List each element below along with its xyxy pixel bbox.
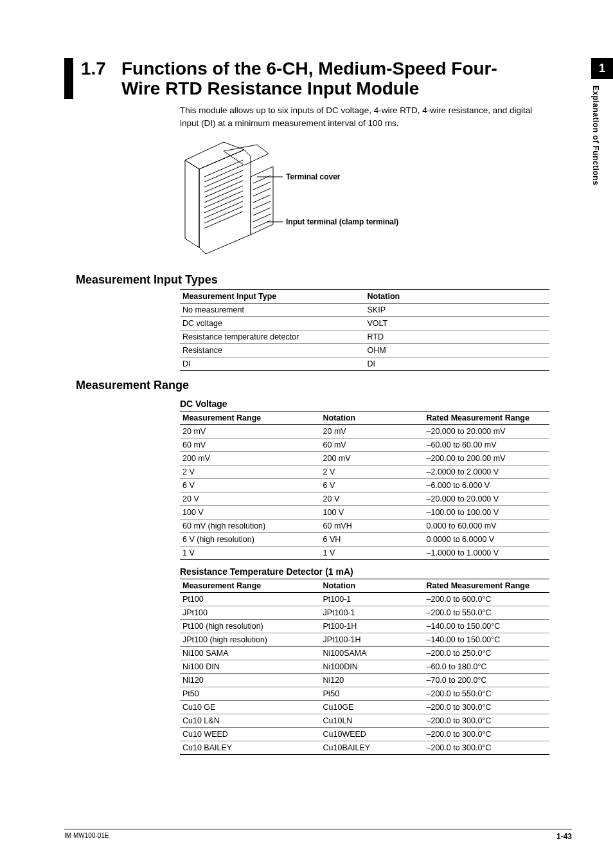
- table-row: 60 mV60 mV–60.00 to 60.00 mV: [180, 439, 549, 452]
- table-cell: Ni120: [321, 674, 424, 687]
- table-cell: Ni100DIN: [321, 660, 424, 674]
- footer-left: IM MW100-01E: [64, 832, 109, 841]
- table-cell: Pt50: [180, 687, 321, 701]
- table-cell: Cu10 GE: [180, 701, 321, 714]
- table-cell: DI: [365, 357, 550, 371]
- table-cell: –200.0 to 300.0°C: [424, 741, 550, 755]
- th: Rated Measurement Range: [424, 411, 550, 425]
- table-cell: 2 V: [321, 466, 424, 479]
- svg-line-7: [204, 196, 243, 213]
- table-cell: Resistance: [180, 344, 365, 357]
- svg-line-1: [204, 165, 243, 182]
- table-row: 1 V1 V–1.0000 to 1.0000 V: [180, 547, 549, 560]
- chapter-number: 1: [591, 58, 613, 79]
- table-row: Cu10 BAILEYCu10BAILEY–200.0 to 300.0°C: [180, 741, 549, 755]
- table-cell: SKIP: [365, 303, 550, 317]
- table-row: 200 mV200 mV–200.00 to 200.00 mV: [180, 452, 549, 466]
- table-cell: Ni120: [180, 674, 321, 687]
- svg-line-6: [204, 191, 243, 208]
- th: Notation: [365, 290, 550, 303]
- section-header: 1.7 Functions of the 6-CH, Medium-Speed …: [64, 58, 527, 99]
- section-number: 1.7: [81, 58, 106, 79]
- table-row: Ni100 SAMANi100SAMA–200.0 to 250.0°C: [180, 647, 549, 660]
- table-cell: Ni100 DIN: [180, 660, 321, 674]
- table-cell: JPt100 (high resolution): [180, 633, 321, 647]
- table-cell: 200 mV: [180, 452, 321, 466]
- th: Notation: [321, 411, 424, 425]
- table-cell: –200.0 to 300.0°C: [424, 701, 550, 714]
- footer-right: 1-43: [556, 832, 572, 841]
- table-cell: –200.0 to 600.0°C: [424, 593, 550, 606]
- chapter-tab: 1 Explanation of Functions: [591, 58, 613, 185]
- heading-rtd: Resistance Temperature Detector (1 mA): [180, 566, 527, 577]
- table-rtd: Measurement Range Notation Rated Measure…: [180, 579, 549, 755]
- table-cell: 6 V: [180, 479, 321, 493]
- heading-dcv: DC Voltage: [180, 399, 527, 409]
- table-cell: 20 V: [321, 493, 424, 506]
- table-cell: 2 V: [180, 466, 321, 479]
- table-cell: –140.00 to 150.00°C: [424, 620, 550, 633]
- table-row: 60 mV (high resolution)60 mVH0.000 to 60…: [180, 520, 549, 533]
- table-row: JPt100 (high resolution)JPt100-1H–140.00…: [180, 633, 549, 647]
- table-row: Cu10 WEEDCu10WEED–200.0 to 300.0°C: [180, 728, 549, 741]
- table-cell: VOLT: [365, 317, 550, 330]
- table-cell: Cu10 WEED: [180, 728, 321, 741]
- table-cell: –100.00 to 100.00 V: [424, 506, 550, 520]
- table-cell: 1 V: [180, 547, 321, 560]
- table-cell: 6 VH: [321, 533, 424, 547]
- table-cell: JPt100-1H: [321, 633, 424, 647]
- intro-text: This module allows up to six inputs of D…: [180, 104, 546, 129]
- table-cell: –200.0 to 550.0°C: [424, 606, 550, 620]
- th: Measurement Range: [180, 411, 321, 425]
- table-cell: Ni100 SAMA: [180, 647, 321, 660]
- table-cell: –200.00 to 200.00 mV: [424, 452, 550, 466]
- table-row: 20 mV20 mV–20.000 to 20.000 mV: [180, 425, 549, 439]
- table-row: JPt100JPt100-1–200.0 to 550.0°C: [180, 606, 549, 620]
- table-cell: 20 mV: [321, 425, 424, 439]
- table-cell: No measurement: [180, 303, 365, 317]
- table-row: No measurementSKIP: [180, 303, 549, 317]
- table-cell: 20 mV: [180, 425, 321, 439]
- table-cell: –20.000 to 20.000 mV: [424, 425, 550, 439]
- table-cell: Cu10WEED: [321, 728, 424, 741]
- th: Rated Measurement Range: [424, 579, 550, 593]
- table-cell: –6.000 to 6.000 V: [424, 479, 550, 493]
- table-row: Ni120Ni120–70.0 to 200.0°C: [180, 674, 549, 687]
- table-cell: 0.000 to 60.000 mV: [424, 520, 550, 533]
- table-cell: Pt100 (high resolution): [180, 620, 321, 633]
- table-row: 20 V20 V–20.000 to 20.000 V: [180, 493, 549, 506]
- table-cell: 100 V: [321, 506, 424, 520]
- table-row: Pt100 (high resolution)Pt100-1H–140.00 t…: [180, 620, 549, 633]
- table-row: Ni100 DINNi100DIN–60.0 to 180.0°C: [180, 660, 549, 674]
- heading-input-types: Measurement Input Types: [76, 273, 527, 287]
- chapter-label: Explanation of Functions: [591, 79, 605, 185]
- table-cell: DC voltage: [180, 317, 365, 330]
- table-cell: JPt100-1: [321, 606, 424, 620]
- table-cell: 60 mV: [180, 439, 321, 452]
- svg-line-8: [204, 201, 243, 218]
- table-cell: 200 mV: [321, 452, 424, 466]
- heading-range: Measurement Range: [76, 379, 527, 392]
- table-row: Pt50Pt50–200.0 to 550.0°C: [180, 687, 549, 701]
- table-cell: 6 V: [321, 479, 424, 493]
- table-cell: 0.0000 to 6.0000 V: [424, 533, 550, 547]
- svg-line-3: [204, 176, 243, 192]
- table-cell: –200.0 to 250.0°C: [424, 647, 550, 660]
- table-cell: –70.0 to 200.0°C: [424, 674, 550, 687]
- table-cell: JPt100: [180, 606, 321, 620]
- table-row: Cu10 L&NCu10LN–200.0 to 300.0°C: [180, 714, 549, 728]
- table-row: 2 V2 V–2.0000 to 2.0000 V: [180, 466, 549, 479]
- table-cell: –140.00 to 150.00°C: [424, 633, 550, 647]
- table-row: 6 V (high resolution)6 VH0.0000 to 6.000…: [180, 533, 549, 547]
- table-cell: Pt100: [180, 593, 321, 606]
- table-cell: Cu10LN: [321, 714, 424, 728]
- svg-line-5: [204, 186, 243, 203]
- table-cell: DI: [180, 357, 365, 371]
- table-cell: 60 mVH: [321, 520, 424, 533]
- table-row: 100 V100 V–100.00 to 100.00 V: [180, 506, 549, 520]
- callout-input-terminal: Input terminal (clamp terminal): [286, 217, 398, 226]
- table-row: Pt100Pt100-1–200.0 to 600.0°C: [180, 593, 549, 606]
- section-title: Functions of the 6-CH, Medium-Speed Four…: [121, 58, 527, 99]
- svg-line-9: [204, 206, 243, 223]
- table-cell: Cu10 L&N: [180, 714, 321, 728]
